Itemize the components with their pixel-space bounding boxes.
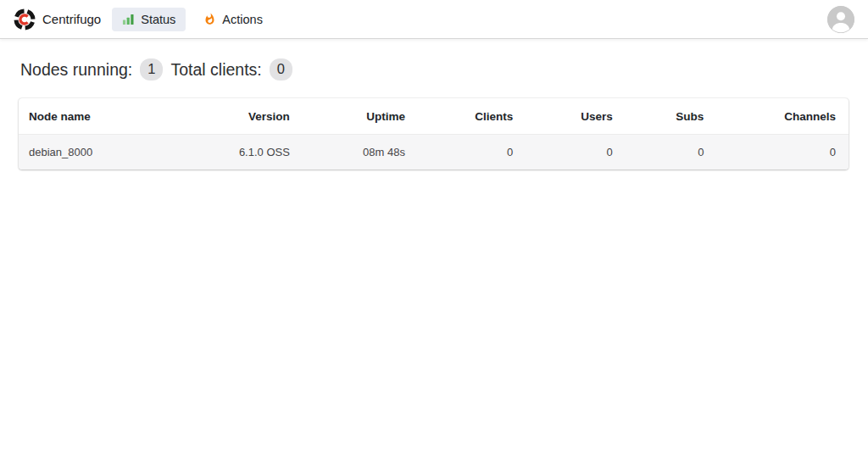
cell-channels: 0 <box>714 135 849 170</box>
person-avatar-icon <box>827 6 854 33</box>
nodes-running-label: Nodes running: <box>20 60 132 80</box>
col-header-uptime: Uptime <box>300 98 415 135</box>
fire-icon <box>203 13 216 25</box>
nodes-running-badge: 1 <box>140 58 163 81</box>
tab-status[interactable]: Status <box>112 8 186 31</box>
tab-actions[interactable]: Actions <box>193 8 273 31</box>
cell-version: 6.1.0 OSS <box>185 135 300 170</box>
summary-bar: Nodes running: 1 Total clients: 0 <box>20 58 848 81</box>
cell-users: 0 <box>523 135 622 170</box>
brand[interactable]: Centrifugo <box>14 8 101 31</box>
col-header-subs: Subs <box>623 98 715 135</box>
user-avatar[interactable] <box>827 6 854 33</box>
col-header-node-name: Node name <box>19 98 185 135</box>
cell-uptime: 08m 48s <box>300 135 415 170</box>
total-clients-badge: 0 <box>270 58 292 81</box>
col-header-users: Users <box>523 98 622 135</box>
brand-label: Centrifugo <box>42 12 101 26</box>
cell-node-name: debian_8000 <box>19 135 185 170</box>
cell-clients: 0 <box>415 135 523 170</box>
cell-subs: 0 <box>623 135 715 170</box>
total-clients-label: Total clients: <box>170 60 261 80</box>
tab-actions-label: Actions <box>222 13 263 26</box>
tab-status-label: Status <box>141 13 175 26</box>
top-navbar: Centrifugo Status Actions <box>0 0 868 39</box>
col-header-clients: Clients <box>415 98 523 135</box>
table-row: debian_8000 6.1.0 OSS 08m 48s 0 0 0 0 <box>19 135 849 170</box>
nodes-table: Node name Version Uptime Clients Users S… <box>19 98 849 169</box>
col-header-version: Version <box>185 98 300 135</box>
bar-chart-icon <box>122 13 135 25</box>
nodes-table-card: Node name Version Uptime Clients Users S… <box>19 98 849 169</box>
table-header-row: Node name Version Uptime Clients Users S… <box>19 98 849 135</box>
centrifugo-logo-icon <box>14 8 36 31</box>
col-header-channels: Channels <box>714 98 849 135</box>
